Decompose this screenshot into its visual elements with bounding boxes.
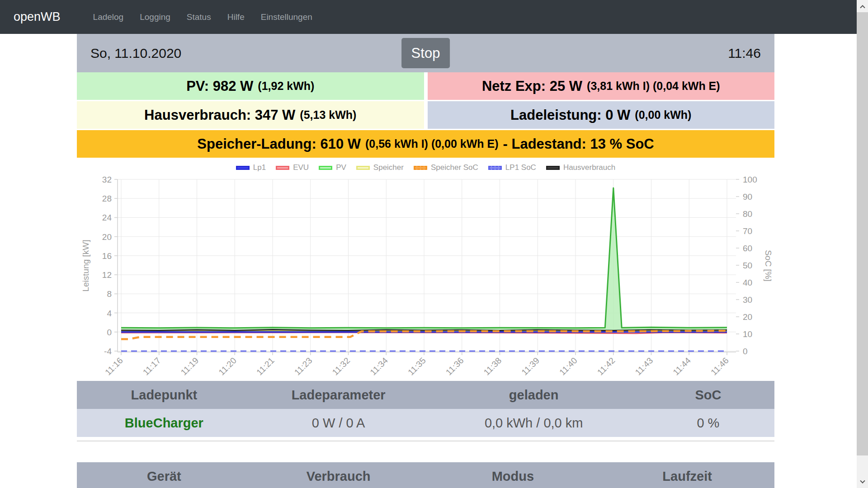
svg-text:11:43: 11:43 bbox=[633, 356, 655, 377]
nav-item-ladelog[interactable]: Ladelog bbox=[87, 8, 130, 27]
battery-value: Speicher-Ladung: 610 W bbox=[197, 136, 361, 152]
scroll-down-button[interactable] bbox=[857, 476, 868, 488]
svg-text:11:32: 11:32 bbox=[330, 356, 352, 377]
pv-status: PV: 982 W (1,92 kWh) bbox=[77, 72, 424, 100]
device-header-row: Gerät Verbrauch Modus Laufzeit bbox=[77, 462, 774, 488]
battery-energy: (0,56 kWh I) (0,00 kWh E) bbox=[365, 137, 499, 150]
nav-item-logging[interactable]: Logging bbox=[133, 8, 177, 27]
svg-text:10: 10 bbox=[743, 329, 752, 339]
charge-energy: (0,00 kWh) bbox=[635, 108, 691, 122]
power-chart-section: Lp1 EVU PV Speicher Speicher SoC LP1 SoC… bbox=[77, 158, 774, 381]
charge-power-status: Ladeleistung: 0 W (0,00 kWh) bbox=[428, 101, 775, 129]
nav-item-status[interactable]: Status bbox=[180, 8, 217, 27]
vertical-scrollbar[interactable] bbox=[857, 0, 868, 488]
svg-text:8: 8 bbox=[107, 289, 112, 299]
current-time: 11:46 bbox=[728, 46, 761, 61]
col-laufzeit: Laufzeit bbox=[600, 462, 774, 488]
chevron-up-icon bbox=[860, 5, 865, 10]
legend-item-hausverbrauch[interactable]: Hausverbrauch bbox=[546, 163, 615, 172]
chargepoint-name: BlueCharger bbox=[77, 409, 251, 437]
stop-button[interactable]: Stop bbox=[401, 38, 450, 68]
house-consumption-status: Hausverbrauch: 347 W (5,13 kWh) bbox=[77, 101, 424, 129]
chevron-down-icon bbox=[860, 478, 865, 483]
legend-item-evu[interactable]: EVU bbox=[276, 163, 309, 172]
grid-value: Netz Exp: 25 W bbox=[482, 78, 582, 94]
svg-text:-4: -4 bbox=[104, 347, 112, 356]
scroll-up-button[interactable] bbox=[857, 0, 868, 12]
main-content: So, 11.10.2020 Stop 11:46 PV: 982 W (1,9… bbox=[77, 34, 774, 488]
lp1-soc-swatch bbox=[488, 166, 502, 170]
current-date: So, 11.10.2020 bbox=[90, 46, 181, 61]
col-geladen: geladen bbox=[426, 381, 642, 409]
evu-swatch bbox=[276, 166, 289, 170]
pv-value: PV: 982 W bbox=[186, 78, 253, 94]
chargepoint-charged: 0,0 kWh / 0,0 km bbox=[426, 409, 642, 437]
svg-text:24: 24 bbox=[102, 213, 112, 222]
legend-item-lp1[interactable]: Lp1 bbox=[236, 163, 266, 172]
legend-item-speicher-soc[interactable]: Speicher SoC bbox=[414, 163, 478, 172]
svg-text:11:34: 11:34 bbox=[368, 356, 390, 377]
scrollbar-thumb[interactable] bbox=[857, 12, 868, 455]
battery-soc: - Ladestand: 13 % SoC bbox=[503, 136, 654, 152]
svg-text:100: 100 bbox=[743, 175, 757, 184]
svg-text:0: 0 bbox=[743, 347, 748, 356]
chargepoint-params: 0 W / 0 A bbox=[251, 409, 426, 437]
svg-text:11:20: 11:20 bbox=[217, 356, 238, 377]
svg-text:28: 28 bbox=[102, 194, 112, 203]
svg-text:11:17: 11:17 bbox=[141, 356, 162, 377]
chargepoint-header-row: Ladepunkt Ladeparameter geladen SoC bbox=[77, 381, 774, 409]
house-energy: (5,13 kWh) bbox=[300, 108, 356, 122]
top-navbar: openWB Ladelog Logging Status Hilfe Eins… bbox=[0, 0, 857, 34]
speicher-soc-swatch bbox=[414, 166, 427, 170]
svg-text:11:46: 11:46 bbox=[709, 356, 730, 377]
grid-energy: (3,81 kWh I) (0,04 kWh E) bbox=[587, 80, 720, 93]
house-value: Hausverbrauch: 347 W bbox=[144, 107, 295, 123]
svg-text:40: 40 bbox=[743, 278, 752, 287]
nav-menu: Ladelog Logging Status Hilfe Einstellung… bbox=[87, 8, 319, 27]
col-soc: SoC bbox=[642, 381, 774, 409]
battery-status-banner: Speicher-Ladung: 610 W (0,56 kWh I) (0,0… bbox=[77, 130, 774, 158]
svg-text:11:36: 11:36 bbox=[444, 356, 465, 377]
svg-text:20: 20 bbox=[102, 232, 112, 242]
col-geraet: Gerät bbox=[77, 462, 251, 488]
grid-status: Netz Exp: 25 W (3,81 kWh I) (0,04 kWh E) bbox=[428, 72, 775, 100]
section-divider bbox=[77, 441, 774, 441]
charge-value: Ladeleistung: 0 W bbox=[510, 107, 630, 123]
svg-text:11:21: 11:21 bbox=[255, 356, 276, 377]
brand-openwb[interactable]: openWB bbox=[14, 10, 61, 24]
hausverbrauch-swatch bbox=[546, 166, 560, 170]
legend-item-pv[interactable]: PV bbox=[319, 163, 346, 172]
svg-text:32: 32 bbox=[102, 175, 112, 184]
nav-item-hilfe[interactable]: Hilfe bbox=[221, 8, 251, 27]
svg-text:90: 90 bbox=[743, 192, 752, 202]
svg-text:4: 4 bbox=[107, 309, 112, 318]
svg-text:11:40: 11:40 bbox=[557, 356, 579, 377]
svg-text:80: 80 bbox=[743, 209, 752, 219]
chart-legend: Lp1 EVU PV Speicher Speicher SoC LP1 SoC… bbox=[77, 162, 774, 173]
svg-text:11:38: 11:38 bbox=[482, 356, 503, 377]
col-ladepunkt: Ladepunkt bbox=[77, 381, 251, 409]
legend-item-lp1-soc[interactable]: LP1 SoC bbox=[488, 163, 536, 172]
svg-text:11:16: 11:16 bbox=[103, 356, 124, 377]
svg-text:50: 50 bbox=[743, 261, 752, 270]
svg-text:11:23: 11:23 bbox=[292, 356, 314, 377]
lp1-swatch bbox=[236, 166, 250, 170]
table-row: BlueCharger 0 W / 0 A 0,0 kWh / 0,0 km 0… bbox=[77, 409, 774, 437]
nav-item-einstellungen[interactable]: Einstellungen bbox=[255, 8, 319, 27]
svg-text:0: 0 bbox=[107, 328, 112, 337]
col-ladeparameter: Ladeparameter bbox=[251, 381, 426, 409]
svg-text:11:42: 11:42 bbox=[595, 356, 617, 377]
svg-text:11:44: 11:44 bbox=[671, 356, 693, 377]
svg-text:60: 60 bbox=[743, 244, 752, 253]
chargepoint-soc: 0 % bbox=[642, 409, 774, 437]
power-soc-chart: 322824201612840-410090807060504030201001… bbox=[77, 173, 774, 381]
col-modus: Modus bbox=[426, 462, 600, 488]
device-table: Gerät Verbrauch Modus Laufzeit elwa 0 W … bbox=[77, 462, 774, 488]
svg-text:20: 20 bbox=[743, 312, 752, 322]
legend-item-speicher[interactable]: Speicher bbox=[356, 163, 404, 172]
svg-text:12: 12 bbox=[102, 270, 112, 280]
col-verbrauch: Verbrauch bbox=[251, 462, 426, 488]
chargepoint-table: Ladepunkt Ladeparameter geladen SoC Blue… bbox=[77, 381, 774, 437]
pv-energy: (1,92 kWh) bbox=[258, 80, 314, 93]
svg-text:30: 30 bbox=[743, 295, 752, 305]
